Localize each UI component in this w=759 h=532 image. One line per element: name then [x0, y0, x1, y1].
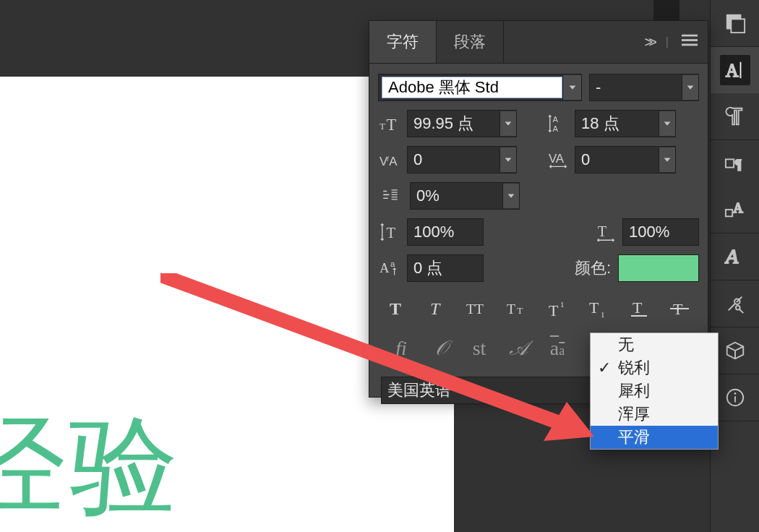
allcaps-toggle[interactable]: TT [463, 295, 492, 321]
svg-text:a: a [390, 259, 395, 268]
panel-collapse-icon[interactable]: >> [644, 34, 652, 51]
panel-menu-icon[interactable] [682, 34, 698, 50]
svg-text:T: T [390, 299, 401, 317]
svg-text:¶: ¶ [735, 157, 742, 172]
color-label: 颜色: [575, 257, 611, 279]
rail-swatches-icon[interactable] [711, 0, 759, 46]
svg-text:VA: VA [549, 152, 565, 166]
bold-toggle[interactable]: T [382, 295, 411, 321]
svg-text:T: T [386, 116, 396, 134]
text-color-swatch[interactable] [618, 254, 699, 282]
font-style-field[interactable] [589, 74, 699, 101]
rail-styles-icon[interactable]: A [711, 186, 759, 233]
rail-opentype-icon[interactable]: A [711, 233, 759, 280]
font-size-icon: TT [378, 111, 403, 136]
tracking-input[interactable] [575, 150, 659, 169]
discretionary-toggle[interactable]: st [465, 337, 494, 361]
leading-field[interactable] [575, 110, 676, 137]
kerning-input[interactable] [408, 150, 499, 169]
rail-paragraph-icon[interactable] [711, 93, 759, 140]
chevron-down-icon[interactable] [499, 111, 516, 136]
svg-rect-6 [725, 210, 732, 216]
svg-rect-15 [682, 39, 698, 41]
antialias-dropdown-menu: 无 锐利 犀利 浑厚 平滑 [590, 332, 719, 450]
antialias-option-none[interactable]: 无 [591, 333, 718, 356]
kerning-icon: V/A [378, 147, 403, 172]
tracking-field[interactable] [575, 146, 676, 173]
svg-rect-16 [682, 44, 698, 46]
svg-text:T: T [380, 121, 385, 132]
width-scale-field[interactable] [410, 182, 520, 210]
tracking-icon: VA [546, 147, 570, 172]
vertical-scale-input[interactable] [408, 223, 483, 241]
chevron-down-icon[interactable] [499, 147, 516, 172]
svg-text:A: A [389, 155, 398, 168]
rail-glyphs-icon[interactable]: ¶ [711, 140, 759, 186]
superscript-toggle[interactable]: T1 [544, 295, 573, 321]
font-family-input[interactable] [382, 77, 562, 98]
svg-text:A: A [380, 260, 390, 275]
svg-rect-4 [725, 159, 733, 167]
ligatures-toggle[interactable]: fi [387, 337, 416, 361]
panel-tabs: 字符 段落 >> | [369, 21, 708, 64]
horizontal-scale-field[interactable] [622, 218, 699, 246]
rail-character-icon[interactable]: A [711, 47, 759, 93]
width-scale-icon [378, 184, 403, 208]
tab-paragraph[interactable]: 段落 [437, 21, 504, 63]
svg-text:T: T [517, 305, 523, 316]
svg-text:T: T [507, 301, 515, 317]
antialias-option-smooth[interactable]: 平滑 [591, 426, 718, 449]
leading-input[interactable] [575, 114, 659, 133]
baseline-shift-input[interactable] [408, 259, 483, 278]
svg-text:A: A [733, 200, 743, 215]
svg-text:1: 1 [601, 310, 605, 317]
app-chrome-corner [653, 0, 679, 22]
tab-character[interactable]: 字符 [369, 21, 437, 63]
svg-rect-14 [682, 35, 698, 37]
font-size-field[interactable] [407, 110, 517, 137]
leading-icon: AA [546, 111, 570, 136]
horizontal-scale-input[interactable] [623, 223, 698, 241]
text-style-toggles: T T TT TT T1 T1 T T [378, 291, 699, 325]
rail-tools-icon[interactable] [711, 280, 759, 327]
svg-text:T: T [589, 299, 599, 317]
antialias-option-crisp[interactable]: 犀利 [591, 379, 718, 403]
font-size-input[interactable] [408, 114, 499, 133]
baseline-shift-icon: Aa [378, 256, 403, 280]
svg-text:A: A [553, 115, 559, 124]
vertical-scale-field[interactable] [407, 218, 484, 246]
font-style-input[interactable] [590, 78, 682, 97]
swash-toggle[interactable]: 𝒜 [504, 337, 533, 361]
chevron-down-icon[interactable] [502, 184, 519, 208]
svg-text:T: T [386, 225, 395, 241]
font-style-dropdown-icon[interactable] [682, 75, 698, 100]
svg-rect-1 [731, 19, 745, 33]
font-family-field[interactable] [378, 74, 582, 101]
baseline-shift-field[interactable] [407, 254, 484, 282]
italic-toggle[interactable]: T [423, 295, 452, 321]
width-scale-input[interactable] [411, 186, 502, 205]
svg-text:T: T [598, 223, 607, 239]
smallcaps-toggle[interactable]: TT [504, 295, 533, 321]
chevron-down-icon[interactable] [659, 111, 675, 136]
right-panel-rail: A ¶ A A [710, 0, 759, 532]
svg-text:T: T [549, 301, 559, 317]
contextual-toggle[interactable]: 𝒪 [426, 337, 455, 361]
svg-point-12 [734, 392, 736, 395]
horizontal-scale-icon: T [593, 220, 618, 244]
antialias-option-strong[interactable]: 浑厚 [591, 403, 718, 426]
antialias-option-sharp[interactable]: 锐利 [591, 356, 718, 379]
stylistic-toggle[interactable]: aa [543, 337, 572, 361]
svg-text:A: A [725, 61, 738, 80]
kerning-field[interactable] [407, 146, 517, 173]
underline-toggle[interactable]: T [625, 295, 654, 321]
svg-point-10 [735, 306, 739, 310]
strikethrough-toggle[interactable]: T [666, 295, 695, 321]
canvas-sample-text[interactable]: 经验 [0, 395, 182, 532]
svg-text:T: T [430, 299, 441, 317]
subscript-toggle[interactable]: T1 [585, 295, 614, 321]
chevron-down-icon[interactable] [659, 147, 675, 172]
font-family-dropdown-icon[interactable] [562, 75, 581, 100]
svg-text:A: A [553, 124, 559, 133]
vertical-scale-icon: T [378, 220, 403, 244]
